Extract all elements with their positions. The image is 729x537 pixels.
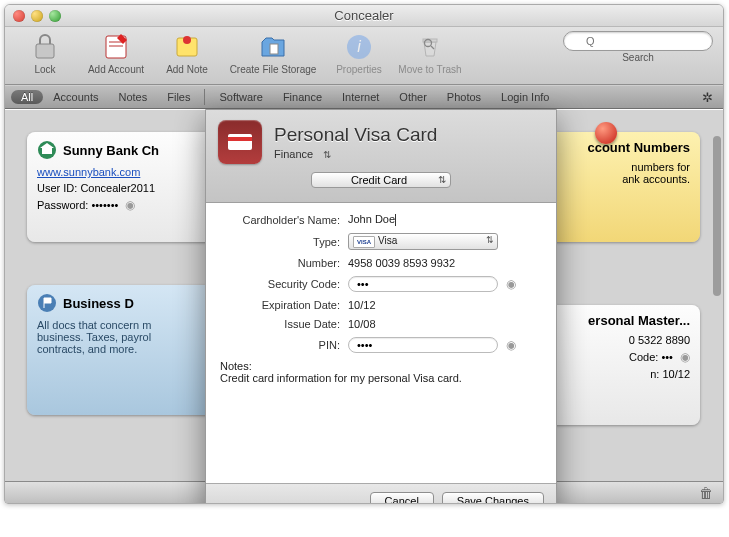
folder-flag-icon [37, 293, 57, 313]
search-input[interactable] [563, 31, 713, 51]
toolbar: Lock Add Account Add Note Create File St… [5, 27, 723, 85]
filter-separator [204, 89, 205, 105]
card-title: ccount Numbers [545, 140, 690, 155]
svg-text:i: i [357, 38, 361, 55]
sheet-title: Personal Visa Card [274, 124, 437, 146]
svg-point-5 [183, 36, 191, 44]
credit-card-icon [218, 120, 262, 164]
sheet-footer: Cancel Save Changes [206, 483, 556, 504]
svg-rect-16 [228, 137, 252, 141]
search-label: Search [622, 52, 654, 63]
svg-rect-15 [228, 134, 252, 150]
sheet-body: Cardholder's Name: John Doe Type: VISAVi… [206, 203, 556, 483]
sheet-header: Personal Visa Card Finance ⇅ Credit Card [206, 110, 556, 203]
type-label: Type: [220, 236, 348, 248]
app-window: Concealer Lock Add Account Add Note [4, 4, 724, 504]
svg-rect-0 [36, 44, 54, 58]
issue-date-label: Issue Date: [220, 318, 348, 330]
filter-accounts[interactable]: Accounts [43, 91, 108, 103]
svg-rect-13 [42, 148, 52, 154]
toolbar-label: Properties [336, 64, 382, 75]
security-code-label: Security Code: [220, 278, 348, 290]
reveal-icon[interactable]: ◉ [506, 338, 516, 352]
category-select[interactable]: Finance ⇅ [274, 148, 437, 160]
add-account-button[interactable]: Add Account [81, 31, 151, 75]
chevron-updown-icon: ⇅ [323, 149, 331, 160]
toolbar-label: Add Note [166, 64, 208, 75]
trash-icon[interactable]: 🗑 [699, 485, 713, 501]
minimize-window-button[interactable] [31, 10, 43, 22]
bank-url-link[interactable]: www.sunnybank.com [37, 166, 140, 178]
issue-date-field[interactable]: 10/08 [348, 318, 376, 330]
filter-login[interactable]: Login Info [491, 91, 559, 103]
filter-notes[interactable]: Notes [108, 91, 157, 103]
zoom-window-button[interactable] [49, 10, 61, 22]
pushpin-icon [595, 122, 617, 144]
card-title: Business D [37, 293, 207, 313]
info-icon: i [343, 31, 375, 63]
sticky-note-icon [171, 31, 203, 63]
expiration-label: Expiration Date: [220, 299, 348, 311]
filter-internet[interactable]: Internet [332, 91, 389, 103]
number-field[interactable]: 4958 0039 8593 9932 [348, 257, 455, 269]
filter-bar: All Accounts Notes Files Software Financ… [5, 85, 723, 109]
type-select[interactable]: VISAVisa [348, 233, 498, 250]
reveal-icon[interactable]: ◉ [125, 198, 135, 212]
pin-field[interactable] [348, 337, 498, 353]
filter-other[interactable]: Other [389, 91, 437, 103]
create-file-storage-button[interactable]: Create File Storage [223, 31, 323, 75]
card-title: ersonal Master... [545, 313, 690, 328]
bank-icon [37, 140, 57, 160]
window-controls [13, 10, 61, 22]
file-storage-icon [257, 31, 289, 63]
svg-rect-6 [270, 44, 278, 54]
card-title: Sunny Bank Ch [37, 140, 207, 160]
toolbar-label: Create File Storage [230, 64, 317, 75]
search-icon [423, 38, 435, 50]
edit-card-sheet: Personal Visa Card Finance ⇅ Credit Card… [205, 109, 557, 504]
titlebar: Concealer [5, 5, 723, 27]
filter-software[interactable]: Software [209, 91, 272, 103]
scrollbar-thumb[interactable] [713, 136, 721, 296]
svg-point-10 [425, 40, 432, 47]
svg-line-11 [431, 46, 434, 49]
add-note-button[interactable]: Add Note [157, 31, 217, 75]
card-business-docs[interactable]: Business D All docs that concern m busin… [27, 285, 217, 415]
toolbar-label: Add Account [88, 64, 144, 75]
card-account-numbers[interactable]: ccount Numbers numbers for ank accounts. [535, 132, 700, 242]
properties-button[interactable]: i Properties [329, 31, 389, 75]
settings-gear-icon[interactable]: ✲ [702, 90, 717, 105]
cancel-button[interactable]: Cancel [370, 492, 434, 504]
expiration-field[interactable]: 10/12 [348, 299, 376, 311]
notebook-icon [100, 31, 132, 63]
security-code-field[interactable] [348, 276, 498, 292]
search-group: Search [563, 31, 713, 63]
filter-finance[interactable]: Finance [273, 91, 332, 103]
toolbar-label: Move to Trash [398, 64, 461, 75]
filter-photos[interactable]: Photos [437, 91, 491, 103]
reveal-icon[interactable]: ◉ [680, 350, 690, 364]
subtype-select[interactable]: Credit Card [311, 172, 451, 188]
lock-icon [29, 31, 61, 63]
notes-label: Notes: [220, 360, 542, 372]
close-window-button[interactable] [13, 10, 25, 22]
toolbar-label: Lock [34, 64, 55, 75]
notes-field[interactable]: Credit card information for my personal … [220, 372, 542, 384]
card-sunny-bank[interactable]: Sunny Bank Ch www.sunnybank.com User ID:… [27, 132, 217, 242]
reveal-icon[interactable]: ◉ [506, 277, 516, 291]
cardholder-label: Cardholder's Name: [220, 214, 348, 226]
filter-files[interactable]: Files [157, 91, 200, 103]
lock-button[interactable]: Lock [15, 31, 75, 75]
scrollbar-track[interactable] [713, 116, 721, 475]
number-label: Number: [220, 257, 348, 269]
pin-label: PIN: [220, 339, 348, 351]
save-changes-button[interactable]: Save Changes [442, 492, 544, 504]
window-title: Concealer [61, 8, 667, 23]
card-personal-master[interactable]: ersonal Master... 0 5322 8890 Code: ••• … [535, 305, 700, 425]
filter-all[interactable]: All [11, 90, 43, 104]
cardholder-field[interactable]: John Doe [348, 213, 396, 226]
